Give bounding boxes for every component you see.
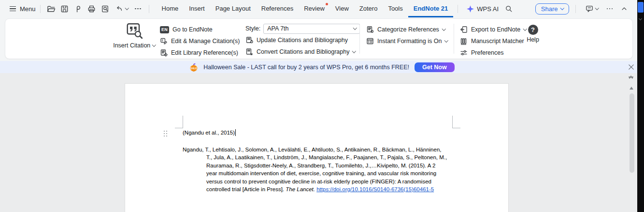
help-label: Help (527, 36, 539, 43)
categorize-icon (366, 26, 374, 33)
citation-text: (Ngandu et al., 2015) (183, 130, 235, 136)
notification-dot (326, 3, 328, 5)
manuscript-matcher-button[interactable]: Manuscript Matcher (460, 35, 527, 47)
update-citations-label: Update Citations and Bibliography (257, 37, 348, 44)
tab-zotero[interactable]: Zotero (354, 0, 383, 17)
chevron-down-icon (639, 17, 642, 20)
categorize-references-button[interactable]: Categorize References (366, 24, 448, 35)
comment-icon (585, 4, 594, 13)
tab-view[interactable]: View (330, 0, 354, 17)
preferences-button[interactable]: Preferences (460, 47, 527, 59)
ribbon-tabs: Home Insert Page Layout References Revie… (157, 0, 454, 17)
undo-button[interactable] (113, 2, 131, 15)
edit-library-references-label: Edit Library Reference(s) (171, 49, 238, 56)
banner-close-button[interactable] (627, 63, 635, 71)
tab-references[interactable]: References (256, 0, 299, 17)
edit-library-references-button[interactable]: Edit Library Reference(s) (160, 47, 240, 59)
update-citations-button[interactable]: Update Citations and Bibliography (245, 34, 360, 46)
menu-icon (10, 6, 16, 12)
instant-formatting-icon (366, 37, 374, 45)
chevron-down-icon (352, 49, 356, 53)
doi-link[interactable]: https://doi.org/10.1016/S0140-6736(15)60… (316, 186, 434, 192)
insert-citation-label: Insert Citation (113, 42, 150, 49)
scroll-up-arrow[interactable] (630, 87, 633, 90)
undo-icon (115, 4, 124, 13)
menu-label: Menu (20, 5, 36, 13)
comments-button[interactable] (582, 2, 601, 15)
manuscript-matcher-label: Manuscript Matcher (471, 38, 524, 45)
convert-citations-button[interactable]: Convert Citations and Bibliography (245, 46, 360, 58)
export-to-endnote-label: Export to EndNote (471, 26, 520, 33)
instant-formatting-label: Instant Formatting is On (377, 38, 442, 45)
group-divider (454, 24, 454, 54)
open-file-button[interactable] (45, 2, 57, 15)
chevron-down-icon (152, 43, 156, 47)
scrollbar-thumb[interactable] (630, 93, 634, 173)
help-icon: ? (528, 25, 538, 35)
get-now-button[interactable]: Get Now (415, 62, 455, 72)
divider (149, 5, 149, 13)
manuscript-matcher-icon (460, 37, 468, 45)
insert-citation-button[interactable]: Insert Citation (108, 22, 161, 49)
edit-library-icon (160, 49, 168, 57)
reference-paragraph: Ngandu, T., Lehtisalo, J., Solomon, A., … (183, 146, 448, 193)
tab-review[interactable]: Review (299, 0, 330, 17)
share-button[interactable]: Share (535, 3, 569, 15)
format-painter-button[interactable] (72, 2, 85, 15)
collapse-ribbon-button[interactable] (618, 2, 630, 15)
citation-paragraph: (Ngandu et al., 2015) (183, 129, 236, 136)
reference-body: Ngandu, T., Lehtisalo, J., Solomon, A., … (183, 147, 447, 192)
tab-insert[interactable]: Insert (184, 0, 210, 17)
wps-ai-button[interactable]: WPS AI (462, 5, 502, 13)
tab-endnote-21[interactable]: EndNote 21 (408, 0, 454, 17)
export-to-endnote-button[interactable]: Export to EndNote (460, 24, 527, 35)
go-to-endnote-label: Go to EndNote (172, 26, 213, 33)
help-button[interactable]: ? Help (523, 25, 543, 43)
tab-review-label: Review (304, 5, 325, 12)
preferences-icon (460, 49, 468, 57)
divider (458, 5, 458, 13)
reference-journal: The Lancet. (286, 186, 315, 192)
instant-formatting-button[interactable]: Instant Formatting is On (366, 35, 448, 47)
tab-page-layout[interactable]: Page Layout (210, 0, 256, 17)
edit-citation-icon (160, 37, 168, 45)
more-options-button[interactable] (603, 2, 616, 15)
chevron-down-icon (595, 6, 599, 10)
export-icon (460, 26, 468, 33)
title-bar: Menu Home Insert Page Layout Reference (0, 0, 644, 17)
print-preview-icon (100, 4, 110, 14)
save-button[interactable] (58, 2, 71, 15)
chevron-down-icon (560, 6, 564, 10)
close-icon (628, 64, 634, 70)
share-label: Share (541, 5, 558, 13)
edit-manage-citations-button[interactable]: Edit & Manage Citation(s) (160, 35, 240, 47)
document-workspace: (Ngandu et al., 2015) Ngandu, T., Lehtis… (0, 73, 644, 212)
go-to-endnote-button[interactable]: EN Go to EndNote (160, 24, 240, 35)
endnote-ribbon: Insert Citation EN Go to EndNote Edit & … (5, 18, 633, 59)
wps-ai-icon (466, 5, 474, 13)
print-preview-button[interactable] (99, 2, 112, 15)
print-button[interactable] (86, 2, 98, 15)
style-dropdown[interactable]: APA 7th (263, 24, 360, 34)
tab-tools[interactable]: Tools (383, 0, 408, 17)
menu-button[interactable]: Menu (10, 5, 36, 13)
margin-corner-mark (175, 116, 183, 128)
insert-citation-icon (125, 22, 143, 40)
paragraph-drag-handle[interactable] (164, 131, 167, 136)
quick-access-toolbar (45, 2, 144, 15)
update-citations-icon (245, 36, 253, 44)
sale-badge-text: SALE (190, 67, 197, 70)
more-commands-button[interactable] (132, 2, 144, 15)
document-page[interactable]: (Ngandu et al., 2015) Ngandu, T., Lehtis… (125, 83, 509, 212)
ruler-toggle-button[interactable] (628, 75, 634, 83)
convert-citations-icon (245, 48, 253, 56)
edit-manage-citations-label: Edit & Manage Citation(s) (171, 38, 240, 45)
banner-message: Halloween Sale - LAST call for buy 2 yea… (203, 64, 409, 71)
categorize-references-label: Categorize References (377, 26, 439, 33)
search-button[interactable] (502, 2, 515, 15)
text-cursor (235, 129, 236, 136)
docked-window-tab[interactable] (638, 2, 644, 13)
tab-home[interactable]: Home (157, 0, 184, 17)
margin-corner-mark (452, 116, 460, 128)
ruler-toggle-icon (628, 76, 634, 81)
